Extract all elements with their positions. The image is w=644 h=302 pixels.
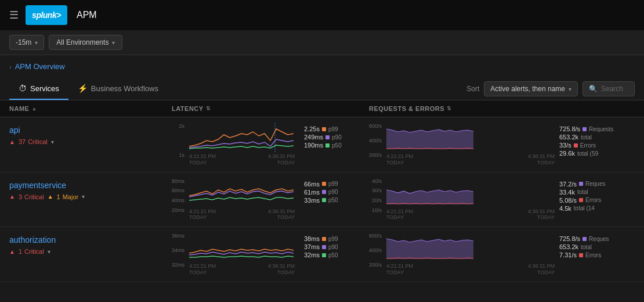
latency-y-labels-payment: 80ms 60ms 40ms 20ms [172,178,184,213]
latency-x-labels-payment: 4:21:21 PMTODAY 4:36:31 PMTODAY [189,208,295,221]
p50-dot-api [325,143,330,148]
svg-marker-4 [386,239,473,259]
requests-x-labels-api: 4:21:21 PMTODAY 4:36:31 PMTODAY [386,153,555,166]
latency-metrics-auth: 38ms p99 37ms p90 32ms p50 [299,233,369,258]
latency-chart-payment: 80ms 60ms 40ms 20ms 4:21:21 PMTODAY 4:36… [172,178,369,221]
requests-metrics-auth: 725.8/s Reques 653.2k total 7.31/s Error… [559,233,635,258]
requests-metrics-api: 725.8/s Requests 653.2k total 33/s Error… [559,123,635,157]
environment-value: All Environments [56,38,108,46]
p90-dot-api [325,135,330,139]
tabs-bar: ⏱ Services ⚡ Business Workflows Sort Act… [0,78,644,100]
svg-marker-2 [386,129,473,149]
p99-dot-api [322,127,326,131]
alerts-auth: ▲ 1 Critical ▾ [9,248,172,255]
requests-y-labels-auth: 600/s 400/s 200/s [369,233,382,268]
critical-count-payment: 3 Critical [19,193,44,200]
breadcrumb-label[interactable]: APM Overview [15,62,65,71]
service-row-paymentservice: paymentservice ▲ 3 Critical ▲ 1 Major ▾ [0,172,644,228]
requests-chart-payment: 40/s 30/s 20/s 10/s 4:21:21 PMTODAY 4:36… [369,178,635,221]
splunk-logo: splunk> [26,5,67,25]
metric-p99-api: 2.25s p99 [304,125,369,132]
alert-dropdown-api[interactable]: ▾ [51,139,54,145]
latency-svg-payment [189,178,294,207]
alert-dropdown-auth[interactable]: ▾ [48,249,50,255]
sort-arrows-name: ▲ [31,106,37,112]
critical-icon-api: ▲ [9,139,15,145]
service-name-api[interactable]: api [9,123,172,135]
search-placeholder: Search [601,85,623,93]
latency-chart-auth: 36ms 34ms 32ms 4:21:21 PMTODAY 4:36:31 P… [172,233,369,276]
chevron-down-icon: ▾ [35,39,38,46]
col-name: NAME ▲ [9,105,172,112]
requests-metrics-payment: 37.2/s Reques 33.4k total 5.08/s Errors [559,178,635,212]
service-name-auth[interactable]: authorization [9,233,172,245]
tab-business-workflows[interactable]: ⚡ Business Workflows [68,78,168,100]
alerts-payment: ▲ 3 Critical ▲ 1 Major ▾ [9,193,172,200]
col-latency: LATENCY ⇅ [172,105,369,112]
requests-chart-auth: 600/s 400/s 200/s 4:21:21 PMTODAY 4:36:3… [369,233,635,276]
sort-area: Sort Active alerts, then name ▾ 🔍 Search [466,81,635,96]
req-total-api: 653.2k total [559,134,635,141]
latency-svg-api [189,123,294,152]
tab-services-label: Services [30,84,59,93]
latency-metrics-api: 2.25s p99 249ms p90 190ms p50 [299,123,369,149]
latency-x-labels-auth: 4:21:21 PMTODAY 4:36:31 PMTODAY [189,263,295,276]
err-dot-api [574,143,578,148]
critical-icon-payment: ▲ [9,193,15,200]
requests-y-labels-payment: 40/s 30/s 20/s 10/s [369,178,382,213]
err-rate-api: 33/s Errors [559,142,635,149]
critical-count-auth: 1 Critical [19,248,44,255]
alerts-api: ▲ 37 Critical ▾ [9,138,172,145]
environment-selector[interactable]: All Environments ▾ [49,35,122,50]
sort-label: Sort [466,85,479,93]
service-info-payment: paymentservice ▲ 3 Critical ▲ 1 Major ▾ [9,178,172,200]
major-icon-payment: ▲ [48,193,53,200]
time-selector[interactable]: -15m ▾ [9,35,44,50]
service-row-authorization: authorization ▲ 1 Critical ▾ 36ms 34ms 3… [0,227,644,282]
req-dot-api [583,127,587,131]
toolbar: -15m ▾ All Environments ▾ [0,30,644,55]
err-total-api: 29.6k total (59 [559,150,635,157]
sort-arrows-requests: ⇅ [447,106,452,112]
requests-x-labels-auth: 4:21:21 PMTODAY 4:36:31 PMTODAY [386,263,555,276]
tab-services[interactable]: ⏱ Services [9,78,68,100]
col-requests: REQUESTS & ERRORS ⇅ [369,105,635,112]
service-info-auth: authorization ▲ 1 Critical ▾ [9,233,172,255]
app-header: ☰ splunk> APM [0,0,644,30]
service-row-api: api ▲ 37 Critical ▾ 2s 1s [0,117,644,172]
major-count-payment: 1 Major [57,193,79,200]
requests-chart-api: 600/s 400/s 200/s [369,123,635,166]
latency-svg-auth [189,233,294,262]
services-icon: ⏱ [19,84,27,93]
latency-x-labels-api: 4:21:21 PM TODAY 4:36:31 PM TODAY [189,153,295,166]
time-value: -15m [16,38,31,46]
main-content: › APM Overview ⏱ Services ⚡ Business Wor… [0,55,644,282]
workflows-icon: ⚡ [78,84,88,93]
search-box[interactable]: 🔍 Search [583,81,635,96]
menu-icon[interactable]: ☰ [9,9,19,21]
latency-y-labels-auth: 36ms 34ms 32ms [172,233,184,268]
metric-p50-api: 190ms p50 [304,142,369,149]
sort-arrows-latency: ⇅ [206,106,211,112]
requests-svg-api [386,123,473,152]
requests-y-labels-api: 600/s 400/s 200/s [369,123,382,158]
breadcrumb: › APM Overview [0,55,644,78]
alert-dropdown-payment[interactable]: ▾ [82,193,85,200]
logo-text: splunk> [32,10,61,20]
app-title: APM [77,10,97,20]
latency-y-labels-api: 2s 1s [172,123,184,158]
sort-chevron-icon: ▾ [569,86,571,92]
table-header: NAME ▲ LATENCY ⇅ REQUESTS & ERRORS ⇅ [0,100,644,117]
critical-count-api: 37 Critical [19,138,48,145]
chevron-down-icon: ▾ [112,39,115,46]
sort-select[interactable]: Active alerts, then name ▾ [484,81,578,96]
requests-svg-auth [386,233,473,262]
requests-x-labels-payment: 4:21:21 PMTODAY 4:36:31 PMTODAY [386,208,555,221]
search-icon: 🔍 [589,85,598,93]
tab-workflows-label: Business Workflows [91,84,158,93]
breadcrumb-chevron-icon: › [9,63,12,70]
critical-icon-auth: ▲ [9,249,15,255]
sort-value: Active alerts, then name [490,85,565,93]
service-name-payment[interactable]: paymentservice [9,178,172,190]
requests-svg-payment [386,178,473,207]
